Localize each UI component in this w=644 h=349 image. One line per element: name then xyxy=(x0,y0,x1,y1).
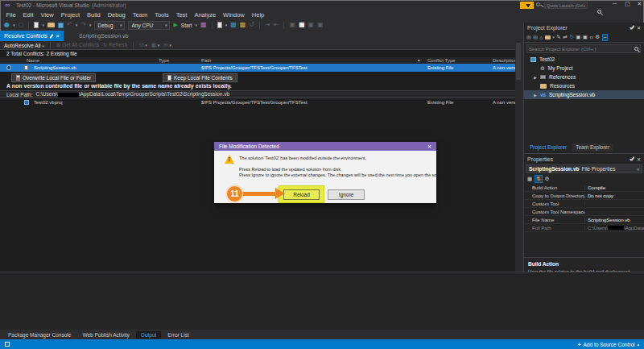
sync-all-icon[interactable]: ◎ xyxy=(533,34,538,40)
close-panel-icon[interactable]: ✕ xyxy=(637,156,641,162)
history-button[interactable]: ↺ ▾ xyxy=(139,42,147,48)
key-icon[interactable] xyxy=(536,2,540,6)
new-item-caret-icon[interactable]: ▾ xyxy=(225,23,228,27)
menu-edit[interactable]: Edit xyxy=(19,11,37,19)
close-panel-icon[interactable]: ✕ xyxy=(637,25,641,31)
undo-caret-icon[interactable]: ▾ xyxy=(76,23,78,27)
property-row[interactable]: File NameScriptingSession.vb xyxy=(524,216,644,224)
project-explorer-search-input[interactable] xyxy=(529,47,634,52)
menu-build[interactable]: Build xyxy=(84,11,105,19)
property-pages-icon[interactable]: ⚙ xyxy=(545,176,550,182)
menu-test[interactable]: Test xyxy=(172,11,191,19)
column-description[interactable]: Description xyxy=(493,58,517,63)
editor-vertical-scrollbar[interactable] xyxy=(515,41,522,272)
close-button[interactable]: ✕ xyxy=(634,1,644,7)
reload-button[interactable]: Reload xyxy=(283,189,320,200)
block-icon[interactable]: ▣ xyxy=(289,22,295,28)
step-icon[interactable]: ▩ xyxy=(240,22,246,28)
annotate-button[interactable]: ✉ ▾ xyxy=(163,42,171,48)
tab-error-list[interactable]: Error List xyxy=(163,331,193,339)
conflict-row-selected[interactable]: ScriptingSession.vb $/PS Projects/Groope… xyxy=(0,64,522,72)
menu-project[interactable]: Project xyxy=(57,11,83,19)
property-row[interactable]: Custom Tool xyxy=(524,200,644,208)
pin-icon[interactable] xyxy=(49,34,53,39)
property-row[interactable]: Build ActionCompile xyxy=(524,184,644,192)
refresh-button[interactable]: ↻ Refresh xyxy=(103,42,127,48)
close-tab-icon[interactable]: ✕ xyxy=(56,33,60,39)
find-in-files-icon[interactable]: ▩ xyxy=(230,22,237,28)
switch-view-icon[interactable]: ⇄ xyxy=(563,34,567,40)
overwrite-local-file-button[interactable]: Overwrite Local File or Folder xyxy=(11,73,96,82)
expander-icon[interactable]: ▶ xyxy=(534,93,537,98)
column-path[interactable]: Path xyxy=(201,58,211,63)
column-name[interactable]: Name xyxy=(27,58,39,63)
tab-team-explorer[interactable]: Team Explorer xyxy=(572,143,613,152)
tab-resolve-conflicts[interactable]: Resolve Conflicts ✕ xyxy=(0,31,64,41)
start-caret-icon[interactable]: ▾ xyxy=(196,23,198,27)
start-button[interactable]: Start xyxy=(181,23,192,28)
property-row[interactable]: Custom Tool Namespace xyxy=(524,208,644,216)
scrollbar-thumb[interactable] xyxy=(516,43,521,80)
new-file-caret-icon[interactable]: ▾ xyxy=(42,23,44,27)
edit-icon[interactable]: ✎ xyxy=(556,34,560,40)
navigate-backward-icon[interactable]: ● xyxy=(4,22,10,28)
categorized-icon[interactable]: ▦ xyxy=(527,176,532,182)
indent-icon[interactable]: ⇥ xyxy=(265,22,270,28)
tree-item-project-test02[interactable]: Test02 xyxy=(524,55,644,64)
solution-configuration-dropdown[interactable]: Debug▾ xyxy=(94,21,125,30)
ignore-button[interactable]: Ignore xyxy=(328,189,365,200)
feedback-notification-icon[interactable] xyxy=(520,2,534,9)
new-item-icon[interactable] xyxy=(217,22,222,28)
property-row-full-path[interactable]: Full PathC:\Users\\AppData\Loc xyxy=(524,224,644,232)
view-code-icon[interactable]: ‹› xyxy=(589,35,592,40)
copy-icon[interactable]: ▣ xyxy=(576,34,580,40)
attach-icon[interactable]: ▩ xyxy=(200,22,207,28)
open-folder-icon[interactable] xyxy=(47,23,55,27)
new-folder-icon[interactable] xyxy=(545,35,551,39)
alphabetical-icon[interactable]: ⇅ xyxy=(535,175,542,183)
refresh-icon[interactable]: ↻ xyxy=(569,34,573,40)
column-conflict-type[interactable]: Conflict Type xyxy=(427,58,456,63)
tab-project-explorer[interactable]: Project Explorer xyxy=(526,143,571,152)
get-all-conflicts-button[interactable]: ⊞ Get All Conflicts xyxy=(56,42,99,48)
restore-layout-icon[interactable] xyxy=(5,342,10,347)
new-file-icon[interactable] xyxy=(34,22,39,28)
outdent-icon[interactable]: ⇤ xyxy=(274,22,279,28)
tab-web-publish-activity[interactable]: Web Publish Activity xyxy=(77,331,134,339)
tab-package-manager-console[interactable]: Package Manager Console xyxy=(3,331,76,339)
save-icon[interactable] xyxy=(58,23,64,28)
start-debug-icon[interactable]: ▶ xyxy=(173,23,177,28)
add-to-source-control-button[interactable]: + Add to Source Control ▴ xyxy=(578,342,639,347)
search-icon[interactable] xyxy=(634,47,638,51)
minimize-button[interactable]: ─ xyxy=(609,1,620,6)
dialog-close-icon[interactable]: ✕ xyxy=(427,143,431,149)
bookmark-icon[interactable]: ■ xyxy=(299,22,305,28)
expander-icon[interactable]: ▶ xyxy=(534,75,537,80)
tree-item-my-project[interactable]: ⚙ My Project xyxy=(524,64,644,73)
maximize-button[interactable]: ▢ xyxy=(622,1,633,7)
menu-tools[interactable]: Tools xyxy=(151,11,173,19)
conflict-row[interactable]: Test02.vbproj $/PS Projects/Grooper/TFST… xyxy=(0,98,522,106)
collapse-all-icon[interactable]: − xyxy=(602,34,609,41)
menu-debug[interactable]: Debug xyxy=(104,11,129,19)
autoresolve-all-button[interactable]: AutoResolve All ▾ xyxy=(4,43,44,48)
tree-item-resources[interactable]: Resources xyxy=(524,81,644,90)
properties-object-selector[interactable]: ScriptingSession.vb File Properties ▾ xyxy=(526,164,642,173)
navigate-backward-caret-icon[interactable]: ▾ xyxy=(13,23,15,27)
menu-team[interactable]: Team xyxy=(129,11,151,19)
menu-view[interactable]: View xyxy=(37,11,57,19)
tree-item-references[interactable]: ▶ References xyxy=(524,73,644,81)
menu-file[interactable]: File xyxy=(2,11,19,19)
paste-icon[interactable]: ▣ xyxy=(583,34,588,40)
menu-help[interactable]: Help xyxy=(248,11,267,19)
sync-icon[interactable]: ◎ xyxy=(526,34,531,40)
column-type[interactable]: Type xyxy=(159,58,169,63)
solution-platform-dropdown[interactable]: Any CPU▾ xyxy=(128,21,170,30)
tab-scriptingsession[interactable]: ScriptingSession.vb xyxy=(74,31,133,41)
tree-item-scriptingsession[interactable]: ▶ VB ScriptingSession.vb xyxy=(524,90,644,99)
keep-local-file-button[interactable]: Keep Local File Contents xyxy=(163,73,237,82)
bookmark-next-icon[interactable]: ▣ xyxy=(308,22,315,28)
new-folder-caret-icon[interactable]: ▾ xyxy=(552,35,555,39)
bookmark-prev-icon[interactable]: ▣ xyxy=(317,22,324,28)
redo-caret-icon[interactable]: ▾ xyxy=(89,23,92,27)
